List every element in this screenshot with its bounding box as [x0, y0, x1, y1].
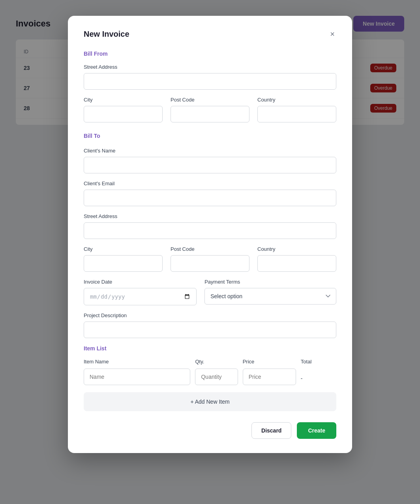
bill-from-city-label: City	[84, 97, 163, 103]
bill-from-title: Bill From	[84, 51, 336, 57]
bill-to-city-group: City	[84, 246, 163, 272]
bill-from-city-group: City	[84, 97, 163, 122]
modal-title: New Invoice	[84, 30, 129, 39]
payment-terms-group: Payment Terms Select option Net 1 Day Ne…	[204, 279, 336, 305]
item-list-title: Item List	[84, 345, 336, 352]
col-total-label: Total	[301, 359, 336, 365]
bill-to-postcode-group: Post Code	[171, 246, 249, 272]
item-row-1: -	[84, 369, 336, 385]
client-name-label: Client's Name	[84, 148, 336, 154]
item-name-input[interactable]	[84, 369, 190, 385]
client-email-group: Client's Email	[84, 181, 336, 206]
bill-to-country-input[interactable]	[257, 255, 336, 272]
project-description-label: Project Description	[84, 312, 336, 318]
bill-to-title: Bill To	[84, 133, 336, 139]
bill-to-street-input[interactable]	[84, 222, 336, 239]
col-item-name-label: Item Name	[84, 359, 190, 365]
item-list-header: Item Name Qty. Price Total	[84, 359, 336, 365]
payment-terms-select[interactable]: Select option Net 1 Day Net 7 Days Net 1…	[204, 288, 336, 305]
item-total-cell: -	[301, 372, 336, 382]
bill-from-street-group: Street Address	[84, 64, 336, 90]
bill-from-postcode-label: Post Code	[171, 97, 249, 103]
bill-to-country-group: Country	[257, 246, 336, 272]
invoice-date-group: Invoice Date	[84, 279, 197, 305]
item-name-cell	[84, 369, 190, 385]
bill-from-country-group: Country	[257, 97, 336, 122]
modal-header: New Invoice ×	[84, 28, 336, 39]
add-new-item-button[interactable]: + Add New Item	[84, 392, 336, 411]
item-qty-input[interactable]	[195, 369, 238, 385]
item-qty-cell	[195, 369, 238, 385]
modal-overlay: New Invoice × Bill From Street Address C…	[0, 0, 420, 504]
bill-to-country-label: Country	[257, 246, 336, 252]
invoice-date-payment-row: Invoice Date Payment Terms Select option…	[84, 279, 336, 312]
create-button[interactable]: Create	[297, 422, 336, 439]
client-name-input[interactable]	[84, 157, 336, 173]
bill-to-postcode-input[interactable]	[171, 255, 249, 272]
discard-button[interactable]: Discard	[251, 422, 291, 439]
bill-from-street-label: Street Address	[84, 64, 336, 70]
bill-from-city-input[interactable]	[84, 106, 163, 122]
item-price-input[interactable]	[243, 369, 296, 385]
bill-to-city-input[interactable]	[84, 255, 163, 272]
col-price-label: Price	[243, 359, 296, 365]
new-invoice-modal: New Invoice × Bill From Street Address C…	[68, 16, 352, 453]
bill-to-city-label: City	[84, 246, 163, 252]
bill-to-city-row: City Post Code Country	[84, 246, 336, 279]
bill-from-country-input[interactable]	[257, 106, 336, 122]
bill-from-postcode-input[interactable]	[171, 106, 249, 122]
client-email-input[interactable]	[84, 190, 336, 206]
invoice-date-label: Invoice Date	[84, 279, 197, 285]
bill-from-postcode-group: Post Code	[171, 97, 249, 122]
bill-from-country-label: Country	[257, 97, 336, 103]
bill-from-city-row: City Post Code Country	[84, 97, 336, 130]
bill-from-street-input[interactable]	[84, 73, 336, 90]
bill-to-street-label: Street Address	[84, 213, 336, 219]
payment-terms-label: Payment Terms	[204, 279, 336, 285]
bill-to-street-group: Street Address	[84, 213, 336, 239]
invoice-date-input[interactable]	[84, 288, 197, 305]
close-button[interactable]: ×	[328, 28, 336, 39]
bill-to-postcode-label: Post Code	[171, 246, 249, 252]
project-description-group: Project Description	[84, 312, 336, 338]
item-total-value: -	[301, 375, 303, 382]
project-description-input[interactable]	[84, 322, 336, 338]
item-price-cell	[243, 369, 296, 385]
client-email-label: Client's Email	[84, 181, 336, 186]
modal-footer: Discard Create	[84, 422, 336, 439]
col-qty-label: Qty.	[195, 359, 238, 365]
client-name-group: Client's Name	[84, 148, 336, 173]
